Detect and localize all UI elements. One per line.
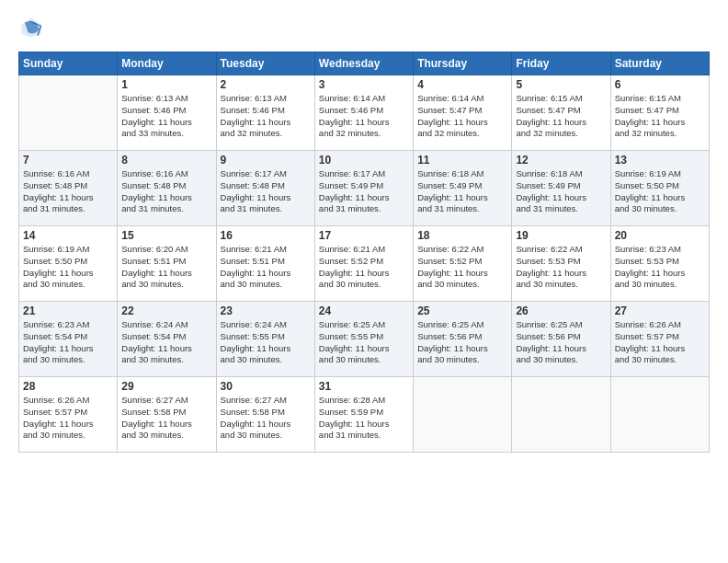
calendar-cell: 6Sunrise: 6:15 AMSunset: 5:47 PMDaylight… (610, 75, 709, 151)
day-number: 31 (319, 380, 409, 393)
daylight-text-line2: and 30 minutes. (319, 354, 409, 366)
daylight-text-line1: Daylight: 11 hours (417, 117, 507, 129)
day-header-sunday: Sunday (19, 52, 118, 75)
day-header-friday: Friday (512, 52, 610, 75)
daylight-text-line1: Daylight: 11 hours (121, 117, 211, 129)
sunrise-text: Sunrise: 6:22 AM (417, 244, 507, 256)
daylight-text-line2: and 32 minutes. (221, 128, 311, 140)
daylight-text-line1: Daylight: 11 hours (221, 117, 311, 129)
day-header-thursday: Thursday (414, 52, 512, 75)
calendar-cell: 25Sunrise: 6:25 AMSunset: 5:56 PMDayligh… (414, 302, 512, 377)
daylight-text-line2: and 30 minutes. (23, 354, 113, 366)
daylight-text-line2: and 30 minutes. (615, 354, 705, 366)
calendar-cell: 8Sunrise: 6:16 AMSunset: 5:48 PMDaylight… (118, 151, 216, 226)
sunset-text: Sunset: 5:57 PM (615, 331, 705, 343)
daylight-text-line1: Daylight: 11 hours (516, 268, 606, 280)
sunset-text: Sunset: 5:51 PM (221, 256, 311, 268)
daylight-text-line1: Daylight: 11 hours (417, 343, 507, 355)
sunset-text: Sunset: 5:56 PM (417, 331, 507, 343)
sunset-text: Sunset: 5:47 PM (417, 105, 507, 117)
daylight-text-line2: and 30 minutes. (221, 279, 311, 291)
daylight-text-line1: Daylight: 11 hours (615, 268, 705, 280)
daylight-text-line1: Daylight: 11 hours (516, 343, 606, 355)
sunset-text: Sunset: 5:46 PM (319, 105, 409, 117)
calendar-cell: 13Sunrise: 6:19 AMSunset: 5:50 PMDayligh… (610, 151, 709, 226)
daylight-text-line2: and 32 minutes. (417, 128, 507, 140)
daylight-text-line2: and 30 minutes. (516, 279, 606, 291)
day-number: 13 (615, 154, 705, 167)
calendar-cell (19, 75, 118, 151)
logo-icon (18, 15, 44, 40)
calendar-cell: 5Sunrise: 6:15 AMSunset: 5:47 PMDaylight… (512, 75, 610, 151)
day-number: 27 (615, 304, 705, 317)
sunrise-text: Sunrise: 6:23 AM (615, 244, 705, 256)
sunrise-text: Sunrise: 6:24 AM (221, 319, 311, 331)
calendar-cell: 17Sunrise: 6:21 AMSunset: 5:52 PMDayligh… (314, 226, 413, 302)
sunrise-text: Sunrise: 6:21 AM (221, 244, 311, 256)
day-number: 18 (417, 229, 507, 242)
sunrise-text: Sunrise: 6:17 AM (221, 168, 311, 180)
daylight-text-line2: and 30 minutes. (23, 430, 113, 442)
daylight-text-line1: Daylight: 11 hours (23, 268, 113, 280)
sunrise-text: Sunrise: 6:20 AM (121, 244, 211, 256)
calendar-cell: 27Sunrise: 6:26 AMSunset: 5:57 PMDayligh… (610, 302, 709, 377)
sunset-text: Sunset: 5:47 PM (516, 105, 606, 117)
sunset-text: Sunset: 5:48 PM (121, 180, 211, 192)
sunrise-text: Sunrise: 6:19 AM (615, 168, 705, 180)
day-number: 2 (221, 78, 311, 91)
day-number: 26 (516, 304, 606, 317)
calendar-cell: 22Sunrise: 6:24 AMSunset: 5:54 PMDayligh… (118, 302, 216, 377)
sunset-text: Sunset: 5:55 PM (319, 331, 409, 343)
daylight-text-line1: Daylight: 11 hours (23, 192, 113, 204)
day-number: 9 (221, 154, 311, 167)
daylight-text-line2: and 30 minutes. (615, 203, 705, 215)
daylight-text-line2: and 30 minutes. (121, 354, 211, 366)
calendar-cell: 20Sunrise: 6:23 AMSunset: 5:53 PMDayligh… (610, 226, 709, 302)
calendar-cell: 21Sunrise: 6:23 AMSunset: 5:54 PMDayligh… (19, 302, 118, 377)
daylight-text-line1: Daylight: 11 hours (319, 268, 409, 280)
sunrise-text: Sunrise: 6:13 AM (121, 93, 211, 105)
sunset-text: Sunset: 5:58 PM (221, 407, 311, 419)
sunrise-text: Sunrise: 6:16 AM (23, 168, 113, 180)
day-number: 16 (221, 229, 311, 242)
day-number: 14 (23, 229, 113, 242)
daylight-text-line2: and 31 minutes. (121, 203, 211, 215)
sunset-text: Sunset: 5:52 PM (319, 256, 409, 268)
daylight-text-line1: Daylight: 11 hours (121, 419, 211, 431)
sunrise-text: Sunrise: 6:26 AM (615, 319, 705, 331)
calendar-cell: 24Sunrise: 6:25 AMSunset: 5:55 PMDayligh… (314, 302, 413, 377)
day-header-saturday: Saturday (610, 52, 709, 75)
sunrise-text: Sunrise: 6:25 AM (319, 319, 409, 331)
calendar-cell: 14Sunrise: 6:19 AMSunset: 5:50 PMDayligh… (19, 226, 118, 302)
sunset-text: Sunset: 5:55 PM (221, 331, 311, 343)
sunset-text: Sunset: 5:51 PM (121, 256, 211, 268)
daylight-text-line1: Daylight: 11 hours (23, 419, 113, 431)
sunrise-text: Sunrise: 6:18 AM (516, 168, 606, 180)
day-number: 15 (121, 229, 211, 242)
daylight-text-line2: and 31 minutes. (516, 203, 606, 215)
calendar-cell: 4Sunrise: 6:14 AMSunset: 5:47 PMDaylight… (414, 75, 512, 151)
header (18, 15, 710, 40)
calendar-cell: 30Sunrise: 6:27 AMSunset: 5:58 PMDayligh… (216, 377, 314, 453)
daylight-text-line2: and 30 minutes. (615, 279, 705, 291)
sunset-text: Sunset: 5:54 PM (23, 331, 113, 343)
daylight-text-line2: and 30 minutes. (121, 279, 211, 291)
day-header-monday: Monday (118, 52, 216, 75)
sunset-text: Sunset: 5:52 PM (417, 256, 507, 268)
day-number: 3 (319, 78, 409, 91)
sunrise-text: Sunrise: 6:19 AM (23, 244, 113, 256)
day-number: 19 (516, 229, 606, 242)
calendar-cell: 23Sunrise: 6:24 AMSunset: 5:55 PMDayligh… (216, 302, 314, 377)
day-number: 4 (417, 78, 507, 91)
daylight-text-line1: Daylight: 11 hours (121, 343, 211, 355)
calendar-cell: 9Sunrise: 6:17 AMSunset: 5:48 PMDaylight… (216, 151, 314, 226)
daylight-text-line2: and 32 minutes. (516, 128, 606, 140)
sunrise-text: Sunrise: 6:28 AM (319, 395, 409, 407)
calendar-cell: 1Sunrise: 6:13 AMSunset: 5:46 PMDaylight… (118, 75, 216, 151)
sunset-text: Sunset: 5:53 PM (516, 256, 606, 268)
calendar-cell: 15Sunrise: 6:20 AMSunset: 5:51 PMDayligh… (118, 226, 216, 302)
calendar-week-row: 14Sunrise: 6:19 AMSunset: 5:50 PMDayligh… (19, 226, 710, 302)
daylight-text-line1: Daylight: 11 hours (23, 343, 113, 355)
calendar-cell: 18Sunrise: 6:22 AMSunset: 5:52 PMDayligh… (414, 226, 512, 302)
day-number: 8 (121, 154, 211, 167)
